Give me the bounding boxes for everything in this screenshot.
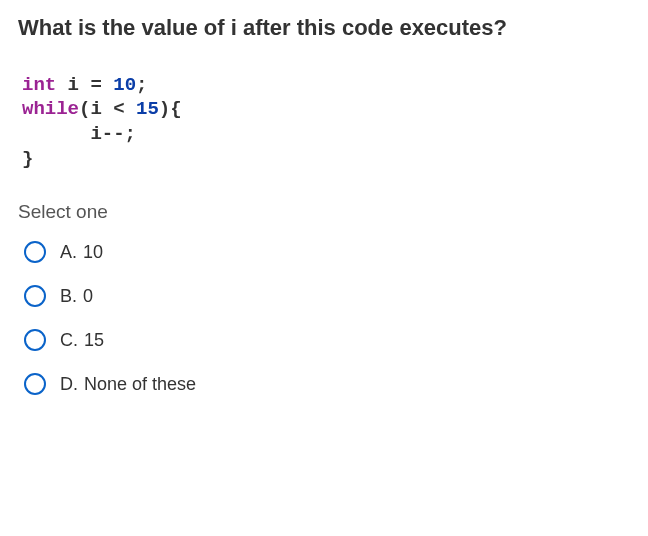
radio-icon xyxy=(24,329,46,351)
code-text: ){ xyxy=(159,98,182,120)
code-keyword: int xyxy=(22,74,56,96)
code-line-4: } xyxy=(22,147,630,172)
option-letter: B. xyxy=(60,286,77,306)
option-text: D.None of these xyxy=(60,374,196,395)
option-d[interactable]: D.None of these xyxy=(24,373,630,395)
question-title: What is the value of i after this code e… xyxy=(18,14,630,43)
option-text: B.0 xyxy=(60,286,93,307)
option-value: 15 xyxy=(84,330,104,350)
option-text: C.15 xyxy=(60,330,104,351)
code-keyword: while xyxy=(22,98,79,120)
option-b[interactable]: B.0 xyxy=(24,285,630,307)
radio-icon xyxy=(24,373,46,395)
code-line-3: i--; xyxy=(22,122,630,147)
code-text: (i < xyxy=(79,98,136,120)
radio-icon xyxy=(24,241,46,263)
code-block: int i = 10; while(i < 15){ i--; } xyxy=(18,73,630,172)
option-letter: A. xyxy=(60,242,77,262)
code-text: i = xyxy=(56,74,113,96)
code-text: ; xyxy=(136,74,147,96)
option-text: A.10 xyxy=(60,242,103,263)
option-value: 10 xyxy=(83,242,103,262)
code-number: 10 xyxy=(113,74,136,96)
option-c[interactable]: C.15 xyxy=(24,329,630,351)
code-line-1: int i = 10; xyxy=(22,73,630,98)
option-value: None of these xyxy=(84,374,196,394)
option-value: 0 xyxy=(83,286,93,306)
select-prompt: Select one xyxy=(18,201,630,223)
option-letter: D. xyxy=(60,374,78,394)
code-number: 15 xyxy=(136,98,159,120)
option-a[interactable]: A.10 xyxy=(24,241,630,263)
options-group: A.10 B.0 C.15 D.None of these xyxy=(18,241,630,395)
option-letter: C. xyxy=(60,330,78,350)
code-line-2: while(i < 15){ xyxy=(22,97,630,122)
radio-icon xyxy=(24,285,46,307)
